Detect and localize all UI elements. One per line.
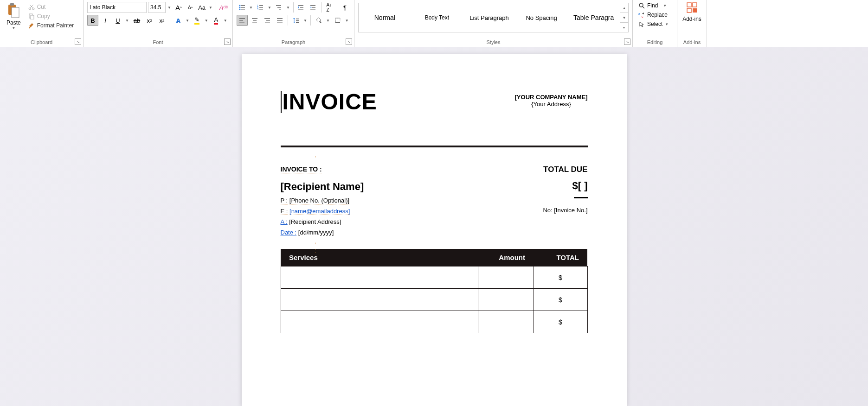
justify-button[interactable] bbox=[274, 15, 285, 26]
svg-rect-14 bbox=[259, 5, 263, 6]
services-table[interactable]: Services Amount TOTAL $ $ $ bbox=[281, 249, 588, 333]
copy-button[interactable]: Copy bbox=[26, 12, 76, 20]
change-case-button[interactable]: Aa bbox=[197, 2, 207, 13]
format-painter-button[interactable]: Format Painter bbox=[26, 21, 76, 30]
svg-rect-25 bbox=[310, 5, 315, 6]
paragraph-group-label: Paragraph bbox=[233, 39, 354, 45]
subscript-button[interactable]: x2 bbox=[144, 15, 155, 26]
chevron-down-icon[interactable]: ▼ bbox=[325, 16, 331, 25]
chevron-down-icon: ▼ bbox=[12, 26, 15, 30]
styles-scroll-down[interactable]: ▼ bbox=[620, 13, 628, 23]
document-page[interactable]: INVOICE [YOUR COMPANY NAME] {Your Addres… bbox=[242, 54, 627, 406]
font-size-input[interactable] bbox=[148, 2, 166, 13]
style-list-paragraph[interactable]: List Paragraph bbox=[463, 3, 515, 32]
find-button[interactable]: Find ▼ bbox=[637, 1, 673, 10]
addins-group[interactable]: Add-ins Add-ins bbox=[677, 0, 707, 47]
cut-button[interactable]: Cut bbox=[26, 3, 76, 11]
styles-launcher[interactable]: ↘ bbox=[624, 38, 630, 45]
chevron-down-icon[interactable]: ▼ bbox=[248, 3, 254, 13]
bold-button[interactable]: B bbox=[87, 15, 98, 26]
paste-label: Paste bbox=[6, 19, 21, 26]
shading-button[interactable] bbox=[313, 15, 324, 26]
chevron-down-icon[interactable]: ▼ bbox=[302, 16, 308, 25]
text-effects-button[interactable]: A bbox=[173, 15, 184, 26]
chevron-down-icon[interactable]: ▼ bbox=[285, 3, 291, 13]
table-row[interactable]: $ bbox=[281, 266, 587, 289]
font-color-button[interactable]: A bbox=[211, 15, 222, 26]
document-title[interactable]: INVOICE bbox=[281, 91, 377, 113]
strikethrough-button[interactable]: ab bbox=[131, 15, 142, 26]
chevron-down-icon[interactable]: ▼ bbox=[124, 16, 130, 25]
clipboard-launcher[interactable]: ↘ bbox=[75, 38, 81, 45]
superscript-button[interactable]: x2 bbox=[156, 15, 167, 26]
svg-rect-20 bbox=[277, 7, 281, 8]
search-icon bbox=[638, 2, 645, 9]
totals-block[interactable]: TOTAL DUE $[ ] No: [Invoice No.] bbox=[543, 165, 587, 236]
svg-rect-33 bbox=[252, 22, 257, 23]
increase-indent-button[interactable] bbox=[308, 2, 319, 13]
document-canvas[interactable]: INVOICE [YOUR COMPANY NAME] {Your Addres… bbox=[0, 47, 868, 406]
align-right-button[interactable] bbox=[262, 15, 273, 26]
svg-text:a: a bbox=[638, 12, 640, 15]
shrink-font-button[interactable]: A^ bbox=[185, 2, 195, 13]
svg-rect-16 bbox=[259, 7, 263, 8]
svg-rect-49 bbox=[693, 3, 697, 7]
style-table-paragraph[interactable]: Table Paragra bbox=[567, 3, 620, 32]
svg-rect-48 bbox=[687, 3, 691, 7]
underline-button[interactable]: U bbox=[112, 15, 123, 26]
table-row[interactable]: $ bbox=[281, 289, 587, 311]
multilevel-list-button[interactable] bbox=[274, 2, 284, 13]
chevron-down-icon[interactable]: ▼ bbox=[204, 16, 209, 25]
grow-font-button[interactable]: A^ bbox=[174, 2, 184, 13]
address-value: [Recipient Address] bbox=[289, 218, 341, 225]
style-body-text[interactable]: Body Text bbox=[411, 3, 463, 32]
numbering-button[interactable]: 123 bbox=[255, 2, 266, 13]
svg-rect-18 bbox=[259, 9, 263, 10]
style-no-spacing[interactable]: No Spacing bbox=[515, 3, 568, 32]
chevron-down-icon[interactable]: ▼ bbox=[223, 16, 228, 25]
highlight-button[interactable]: ✎ bbox=[192, 15, 203, 26]
show-marks-button[interactable]: ¶ bbox=[340, 2, 350, 13]
svg-point-7 bbox=[239, 5, 240, 6]
chevron-down-icon[interactable]: ▼ bbox=[185, 16, 190, 25]
chevron-down-icon: ▼ bbox=[663, 4, 667, 8]
chevron-down-icon[interactable]: ▼ bbox=[344, 16, 350, 25]
clipboard-icon bbox=[7, 3, 20, 19]
clipboard-group-label: Clipboard bbox=[0, 39, 83, 45]
sort-button[interactable]: A↓Z bbox=[324, 2, 334, 13]
borders-button[interactable] bbox=[332, 15, 343, 26]
paragraph-group: ▼ 123 ▼ ▼ A↓Z ¶ ▼ ▼ ▼ Paragr bbox=[233, 0, 354, 47]
style-normal[interactable]: Normal bbox=[359, 3, 411, 32]
svg-rect-21 bbox=[279, 9, 281, 10]
email-value: [name@emailaddress] bbox=[289, 208, 350, 215]
company-address: {Your Address} bbox=[515, 101, 588, 108]
font-launcher[interactable]: ↘ bbox=[224, 38, 231, 45]
font-name-select[interactable] bbox=[87, 2, 147, 13]
decrease-indent-button[interactable] bbox=[296, 2, 307, 13]
chevron-down-icon[interactable]: ▼ bbox=[167, 3, 172, 13]
bullets-button[interactable] bbox=[237, 2, 247, 13]
svg-text:c: c bbox=[642, 15, 643, 18]
svg-rect-6 bbox=[31, 15, 34, 19]
select-button[interactable]: Select ▼ bbox=[637, 19, 673, 29]
replace-button[interactable]: ac Replace bbox=[637, 10, 673, 19]
line-spacing-button[interactable] bbox=[290, 15, 302, 26]
recipient-block[interactable]: INVOICE TO : [Recipient Name] P : [Phone… bbox=[281, 165, 364, 236]
chevron-down-icon[interactable]: ▼ bbox=[267, 3, 272, 13]
svg-rect-42 bbox=[296, 22, 299, 23]
styles-scroll-up[interactable]: ▲ bbox=[620, 3, 628, 13]
svg-rect-28 bbox=[239, 18, 245, 19]
svg-rect-37 bbox=[277, 18, 283, 19]
company-block[interactable]: [YOUR COMPANY NAME] {Your Address} bbox=[515, 94, 588, 108]
clear-formatting-button[interactable]: A⌫ bbox=[219, 2, 229, 13]
svg-rect-29 bbox=[239, 20, 243, 21]
italic-button[interactable]: I bbox=[100, 15, 111, 26]
table-row[interactable]: $ bbox=[281, 311, 587, 333]
chevron-down-icon[interactable]: ▼ bbox=[208, 3, 213, 13]
font-group-label: Font bbox=[84, 39, 232, 45]
align-left-button[interactable] bbox=[237, 15, 248, 26]
styles-expand[interactable]: ▾ bbox=[620, 23, 628, 32]
align-center-button[interactable] bbox=[249, 15, 260, 26]
paragraph-launcher[interactable]: ↘ bbox=[346, 38, 352, 45]
svg-rect-50 bbox=[687, 8, 691, 13]
